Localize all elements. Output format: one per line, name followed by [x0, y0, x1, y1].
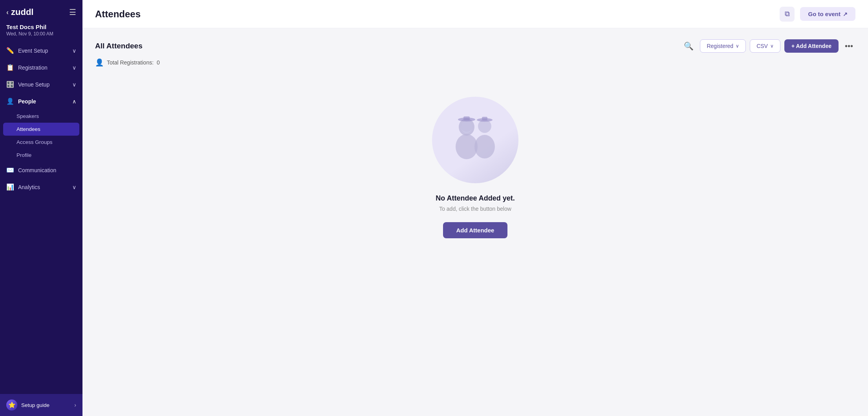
empty-state: No Attendee Added yet. To add, click the…: [95, 81, 855, 262]
hamburger-icon[interactable]: ☰: [69, 7, 76, 17]
attendees-label: Attendees: [16, 126, 40, 132]
main-content: Attendees ⧉ Go to event ↗ All Attendees …: [82, 0, 868, 416]
chevron-up-icon: ∧: [72, 98, 76, 105]
empty-illustration: [432, 97, 518, 183]
setup-guide-label: Setup guide: [21, 402, 70, 408]
venue-setup-label: Venue Setup: [18, 81, 49, 88]
sidebar-item-access-groups[interactable]: Access Groups: [0, 136, 82, 149]
more-options-button[interactable]: •••: [842, 40, 855, 52]
sidebar-nav: ✏️ Event Setup ∨ 📋 Registration ∨ 🎛️ Ven…: [0, 42, 82, 394]
attendees-toolbar: All Attendees 🔍 Registered ∨ CSV ∨ + Add…: [95, 39, 855, 53]
copy-icon: ⧉: [785, 10, 790, 18]
registration-label: Registration: [18, 64, 48, 71]
event-setup-label: Event Setup: [18, 48, 48, 54]
people-icon: 👤: [6, 98, 14, 105]
event-setup-icon: ✏️: [6, 47, 14, 54]
add-attendee-button[interactable]: + Add Attendee: [784, 39, 839, 53]
sidebar-item-venue-setup[interactable]: 🎛️ Venue Setup ∨: [0, 76, 82, 93]
all-attendees-title: All Attendees: [95, 42, 143, 50]
speakers-label: Speakers: [16, 113, 39, 119]
sidebar-header: ‹ zuddl ☰: [0, 0, 82, 21]
sidebar-item-speakers[interactable]: Speakers: [0, 110, 82, 123]
svg-rect-9: [482, 117, 487, 120]
back-arrow-icon[interactable]: ‹: [6, 8, 9, 17]
profile-label: Profile: [16, 152, 31, 158]
copy-link-button[interactable]: ⧉: [780, 7, 795, 22]
sidebar-item-analytics[interactable]: 📊 Analytics ∨: [0, 179, 82, 195]
sidebar-logo[interactable]: ‹ zuddl: [6, 7, 33, 17]
page-title: Attendees: [95, 9, 141, 20]
registration-icon: 📋: [6, 64, 14, 71]
event-date: Wed, Nov 9, 10:00 AM: [0, 31, 82, 42]
people-illustration: [444, 112, 507, 168]
communication-icon: ✉️: [6, 166, 14, 174]
registered-filter-button[interactable]: Registered ∨: [700, 39, 746, 53]
svg-point-7: [474, 135, 495, 158]
main-header: Attendees ⧉ Go to event ↗: [82, 0, 868, 28]
csv-label: CSV: [756, 43, 768, 49]
more-icon: •••: [845, 42, 853, 50]
total-registrations-label: Total Registrations:: [107, 59, 154, 66]
add-attendee-label: + Add Attendee: [791, 43, 831, 49]
analytics-icon: 📊: [6, 183, 14, 191]
people-label: People: [18, 98, 36, 105]
goto-event-label: Go to event: [808, 11, 841, 17]
communication-label: Communication: [18, 167, 56, 173]
chevron-down-icon: ∨: [72, 81, 76, 88]
chevron-down-icon: ∨: [736, 43, 739, 49]
content-area: All Attendees 🔍 Registered ∨ CSV ∨ + Add…: [82, 28, 868, 416]
chevron-right-icon: ›: [74, 402, 76, 408]
registrations-row: 👤 Total Registrations: 0: [95, 58, 855, 67]
event-name: Test Docs Phil: [0, 21, 82, 31]
sidebar-item-attendees[interactable]: Attendees: [3, 123, 79, 136]
svg-rect-5: [463, 116, 470, 120]
logo-text: zuddl: [11, 7, 33, 17]
external-link-icon: ↗: [843, 11, 848, 17]
access-groups-label: Access Groups: [16, 139, 53, 145]
toolbar-right: 🔍 Registered ∨ CSV ∨ + Add Attendee •••: [681, 39, 855, 53]
venue-setup-icon: 🎛️: [6, 81, 14, 88]
chevron-down-icon: ∨: [72, 48, 76, 54]
add-attendee-center-label: Add Attendee: [456, 227, 494, 234]
empty-subtitle: To add, click the button below: [439, 206, 511, 212]
sidebar-item-registration[interactable]: 📋 Registration ∨: [0, 59, 82, 76]
add-attendee-center-button[interactable]: Add Attendee: [443, 222, 508, 238]
sidebar-item-profile[interactable]: Profile: [0, 149, 82, 162]
sidebar: ‹ zuddl ☰ Test Docs Phil Wed, Nov 9, 10:…: [0, 0, 82, 416]
total-registrations-value: 0: [157, 59, 160, 66]
chevron-down-icon: ∨: [770, 43, 774, 49]
goto-event-button[interactable]: Go to event ↗: [800, 7, 855, 21]
sidebar-item-communication[interactable]: ✉️ Communication: [0, 162, 82, 179]
empty-title: No Attendee Added yet.: [436, 194, 515, 202]
chevron-down-icon: ∨: [72, 184, 76, 190]
header-actions: ⧉ Go to event ↗: [780, 7, 855, 22]
chevron-down-icon: ∨: [72, 64, 76, 71]
registered-filter-label: Registered: [707, 43, 733, 49]
sidebar-item-event-setup[interactable]: ✏️ Event Setup ∨: [0, 42, 82, 59]
analytics-label: Analytics: [18, 184, 40, 190]
setup-guide-footer[interactable]: ⭐ Setup guide ›: [0, 394, 82, 416]
registrations-icon: 👤: [95, 58, 104, 67]
setup-guide-icon: ⭐: [6, 399, 17, 410]
search-button[interactable]: 🔍: [681, 40, 696, 52]
search-icon: 🔍: [684, 42, 694, 50]
csv-button[interactable]: CSV ∨: [750, 39, 780, 53]
sidebar-item-people[interactable]: 👤 People ∧: [0, 93, 82, 110]
svg-point-3: [456, 134, 478, 159]
